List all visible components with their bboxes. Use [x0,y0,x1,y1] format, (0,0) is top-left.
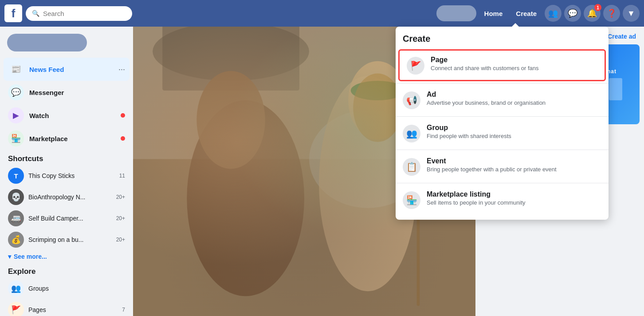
shortcut-label: This Copy Sticks [28,172,115,179]
sidebar-item-watch[interactable]: ▶ Watch [4,104,130,127]
dropdown-item-title: Group [427,124,601,132]
shortcut-avatar: T [8,168,24,184]
dropdown-item-content: Page Connect and share with customers or… [431,56,597,71]
sidebar-item-label: Marketplace [29,135,125,142]
shortcut-badge: 20+ [116,237,125,243]
notification-dot [121,136,125,141]
pages-icon: 🚩 [8,302,24,316]
event-icon: 📋 [403,158,420,176]
watch-icon: ▶ [8,107,24,123]
user-avatar[interactable] [436,5,476,21]
sidebar-item-label: Watch [29,112,125,119]
search-icon: 🔍 [32,10,39,17]
shortcut-avatar: 💀 [8,189,24,205]
news-feed-icon: 📰 [8,61,24,77]
shortcut-badge: 20+ [116,215,125,221]
dropdown-item-desc: Advertise your business, brand or organi… [427,99,601,106]
explore-label: Pages [28,306,118,313]
see-more-button[interactable]: ▾ See more... [4,250,130,263]
dropdown-item-marketplace-listing[interactable]: 🏪 Marketplace listing Sell items to peop… [396,185,609,214]
search-input[interactable] [43,10,126,17]
shortcut-label: Scrimping on a bu... [28,236,112,243]
shortcut-badge: 20+ [116,194,125,200]
messenger-icon: 💬 [8,84,24,100]
messenger-button[interactable]: 💬 [564,5,581,22]
shortcut-avatar: 🚐 [8,210,24,226]
dropdown-divider [396,83,609,83]
page-icon: 🚩 [407,57,424,75]
dropdown-item-desc: Sell items to people in your community [427,199,601,206]
dropdown-item-event[interactable]: 📋 Event Bring people together with a pub… [396,152,609,181]
explore-header: Explore [4,263,130,278]
facebook-logo: f [4,4,22,22]
explore-item-groups[interactable]: 👥 Groups [4,278,130,299]
ad-icon: 📢 [403,91,420,109]
dropdown-divider [396,183,609,183]
dropdown-item-content: Group Find people with shared interests [427,124,601,139]
dropdown-item-title: Ad [427,91,601,99]
shortcut-label: Self Build Camper... [28,215,112,222]
sidebar-user-avatar[interactable] [7,34,87,51]
help-button[interactable]: ❓ [603,5,620,22]
shortcut-badge: 11 [119,173,125,179]
friends-icon: 👥 [548,8,558,18]
explore-badge: 7 [122,307,125,313]
chevron-down-icon: ▼ [627,9,635,18]
explore-label: Groups [28,285,121,292]
dropdown-item-desc: Find people with shared interests [427,133,601,139]
dropdown-item-title: Page [431,56,597,64]
question-icon: ❓ [607,8,617,18]
see-more-label: See more... [14,253,47,260]
chevron-down-icon: ▾ [8,253,11,260]
friends-button[interactable]: 👥 [545,5,562,22]
shortcut-item-bioanthropology[interactable]: 💀 BioAnthropology N... 20+ [4,186,130,208]
dropdown-item-desc: Bring people together with a public or p… [427,166,601,173]
sidebar-item-messenger[interactable]: 💬 Messenger [4,81,130,104]
create-button[interactable]: Create [510,7,542,20]
shortcut-avatar: 💰 [8,232,24,248]
dropdown-divider [396,150,609,150]
menu-button[interactable]: ▼ [623,5,640,22]
shortcut-item-self-build-camper[interactable]: 🚐 Self Build Camper... 20+ [4,208,130,229]
dropdown-item-content: Ad Advertise your business, brand or org… [427,91,601,106]
sidebar-item-marketplace[interactable]: 🏪 Marketplace [4,127,130,150]
group-icon: 👥 [403,125,420,142]
nav-right: Home Create 👥 💬 🔔 1 ❓ ▼ [436,5,640,22]
dropdown-item-ad[interactable]: 📢 Ad Advertise your business, brand or o… [396,85,609,115]
messenger-icon: 💬 [568,8,577,18]
dropdown-divider [396,116,609,117]
top-navigation: f 🔍 Home Create 👥 💬 🔔 1 ❓ ▼ [0,0,644,27]
dropdown-item-title: Marketplace listing [427,190,601,198]
home-button[interactable]: Home [479,7,508,20]
notifications-button[interactable]: 🔔 1 [584,5,601,22]
more-options-icon[interactable]: ··· [118,65,125,74]
dropdown-item-title: Event [427,157,601,165]
explore-item-pages[interactable]: 🚩 Pages 7 [4,299,130,316]
dropdown-item-content: Event Bring people together with a publi… [427,157,601,173]
shortcut-item-scrimping[interactable]: 💰 Scrimping on a bu... 20+ [4,229,130,250]
marketplace-icon: 🏪 [8,130,24,146]
marketplace-listing-icon: 🏪 [403,191,420,209]
dropdown-item-group[interactable]: 👥 Group Find people with shared interest… [396,118,609,148]
create-dropdown: Create 🚩 Page Connect and share with cus… [396,27,609,220]
dropdown-title: Create [396,32,609,49]
sidebar-item-label: Messenger [29,89,125,96]
search-bar[interactable]: 🔍 [26,6,132,21]
groups-icon: 👥 [8,280,24,296]
dropdown-item-content: Marketplace listing Sell items to people… [427,190,601,206]
dropdown-arrow [511,23,520,28]
dropdown-item-desc: Connect and share with customers or fans [431,65,597,71]
dropdown-item-page[interactable]: 🚩 Page Connect and share with customers … [398,49,606,81]
notification-dot [121,113,125,118]
shortcut-item-this-copy-sticks[interactable]: T This Copy Sticks 11 [4,165,130,186]
sidebar-item-news-feed[interactable]: 📰 News Feed ··· [4,58,130,81]
shortcut-label: BioAnthropology N... [28,194,112,201]
notification-badge: 1 [594,4,601,11]
sidebar-item-label: News Feed [29,66,113,73]
shortcuts-header: Shortcuts [4,150,130,165]
sidebar: 📰 News Feed ··· 💬 Messenger ▶ Watch 🏪 Ma… [0,27,133,316]
